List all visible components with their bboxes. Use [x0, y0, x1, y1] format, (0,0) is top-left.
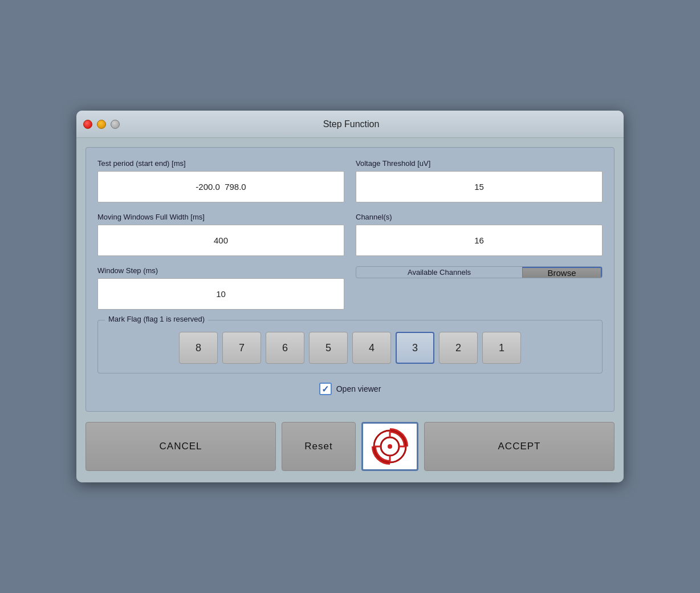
open-viewer-checkbox-container[interactable]: ✓ Open viewer — [319, 383, 381, 395]
minimize-button[interactable] — [97, 120, 106, 129]
moving-windows-label: Moving Windows Full Width [ms] — [97, 213, 344, 221]
content-area: Test period (start end) [ms] Voltage Thr… — [76, 138, 624, 482]
flag-btn-4[interactable]: 4 — [352, 332, 391, 364]
row-3: Window Step (ms) Available Channels Brow… — [97, 266, 603, 310]
test-period-group: Test period (start end) [ms] — [97, 159, 344, 202]
help-button[interactable] — [361, 422, 418, 471]
main-window: Step Function Test period (start end) [m… — [76, 111, 624, 482]
traffic-lights — [83, 120, 120, 129]
svg-point-8 — [388, 444, 392, 449]
reset-button[interactable]: Reset — [282, 422, 356, 471]
flag-buttons: 8 7 6 5 4 3 2 1 — [107, 332, 593, 364]
accept-button[interactable]: ACCEPT — [424, 422, 614, 471]
browse-button[interactable]: Browse — [522, 267, 602, 278]
flag-btn-5[interactable]: 5 — [309, 332, 348, 364]
open-viewer-label: Open viewer — [336, 384, 381, 393]
flag-btn-6[interactable]: 6 — [266, 332, 304, 364]
open-viewer-checkbox[interactable]: ✓ — [319, 383, 332, 395]
moving-windows-input[interactable] — [97, 225, 344, 256]
action-buttons: CANCEL Reset — [86, 420, 614, 473]
channels-label: Channel(s) — [356, 213, 603, 221]
mark-flag-group: Mark Flag (flag 1 is reserved) 8 7 6 5 4… — [97, 320, 603, 373]
available-channels-panel: Available Channels Browse — [356, 266, 603, 278]
main-panel: Test period (start end) [ms] Voltage Thr… — [86, 147, 614, 412]
voltage-threshold-group: Voltage Threshold [uV] — [356, 159, 603, 202]
row-2: Moving Windows Full Width [ms] Channel(s… — [97, 213, 603, 256]
moving-windows-group: Moving Windows Full Width [ms] — [97, 213, 344, 256]
channels-input[interactable] — [356, 225, 603, 256]
voltage-threshold-input[interactable] — [356, 171, 603, 202]
available-channels-group: Available Channels Browse — [356, 266, 603, 278]
cancel-button[interactable]: CANCEL — [86, 422, 276, 471]
life-preserver-icon — [372, 428, 408, 465]
flag-btn-7[interactable]: 7 — [222, 332, 261, 364]
flag-btn-2[interactable]: 2 — [439, 332, 478, 364]
open-viewer-row: ✓ Open viewer — [97, 383, 603, 395]
voltage-threshold-label: Voltage Threshold [uV] — [356, 159, 603, 168]
window-title: Step Function — [120, 119, 583, 129]
flag-btn-1[interactable]: 1 — [482, 332, 521, 364]
maximize-button[interactable] — [111, 120, 120, 129]
flag-btn-3[interactable]: 3 — [396, 332, 434, 364]
test-period-input[interactable] — [97, 171, 344, 202]
row-1: Test period (start end) [ms] Voltage Thr… — [97, 159, 603, 202]
available-channels-label: Available Channels — [356, 268, 522, 277]
window-step-label: Window Step (ms) — [97, 266, 344, 275]
window-step-group: Window Step (ms) — [97, 266, 344, 310]
titlebar: Step Function — [76, 111, 624, 138]
flag-btn-8[interactable]: 8 — [179, 332, 218, 364]
close-button[interactable] — [83, 120, 92, 129]
test-period-label: Test period (start end) [ms] — [97, 159, 344, 168]
mark-flag-legend: Mark Flag (flag 1 is reserved) — [105, 315, 208, 323]
window-step-input[interactable] — [97, 278, 344, 310]
channels-group: Channel(s) — [356, 213, 603, 256]
